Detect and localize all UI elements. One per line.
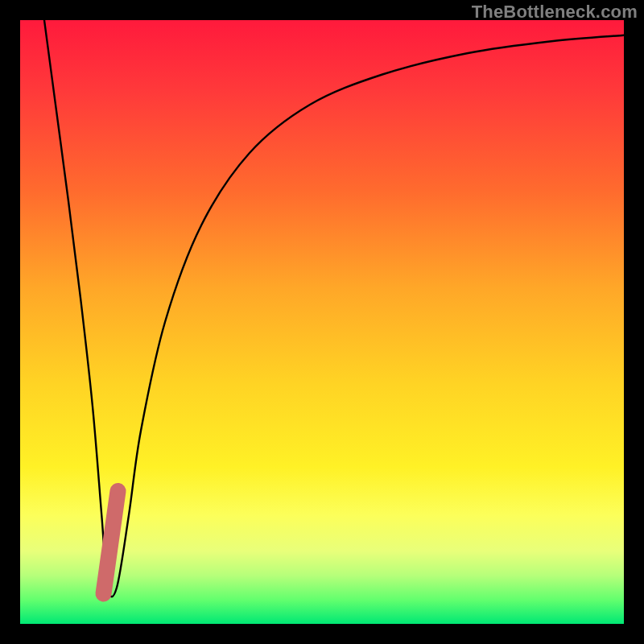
highlight-marker: [104, 491, 118, 594]
curve-layer: [20, 20, 624, 624]
chart-frame: TheBottleneck.com: [0, 0, 644, 644]
bottleneck-curve: [44, 20, 624, 597]
watermark-text: TheBottleneck.com: [472, 2, 638, 23]
plot-area: [20, 20, 624, 624]
